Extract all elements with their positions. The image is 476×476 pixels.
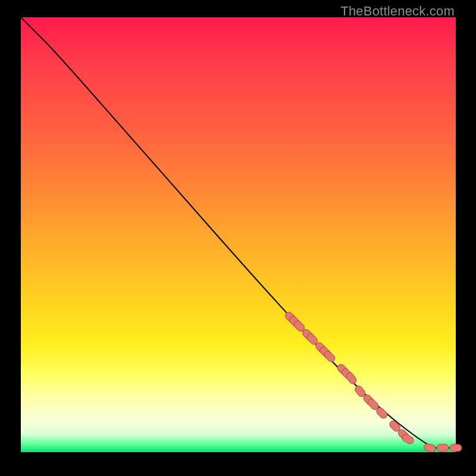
- data-marker: [423, 443, 436, 452]
- bottleneck-curve: [21, 17, 456, 448]
- plot-area: [21, 17, 456, 452]
- data-marker: [450, 444, 462, 452]
- chart-frame: TheBottleneck.com: [0, 0, 476, 476]
- marker-group: [284, 311, 462, 453]
- data-marker: [437, 444, 449, 452]
- chart-svg: [21, 17, 456, 452]
